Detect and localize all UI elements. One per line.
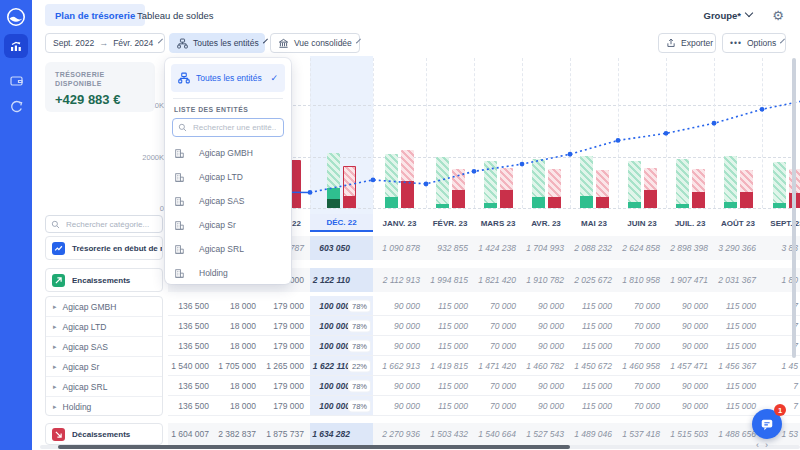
entities-dropdown: Toutes les entités ✓ LISTE DES ENTITÉS A… bbox=[165, 58, 291, 284]
month-header-JUIN 23[interactable]: JUIN 23 bbox=[618, 214, 666, 232]
building-icon bbox=[174, 220, 192, 231]
cell-Encaissements-JANV. 23: 2 112 913 bbox=[373, 268, 426, 292]
cell-Agicap Sr-DÉC. 22: 1 622 11022% bbox=[310, 356, 373, 375]
month-header-JUIL. 23[interactable]: JUIL. 23 bbox=[666, 214, 714, 232]
row-values-Agicap LTD: 136 50018 000179 000100 00078%90 000115 … bbox=[168, 316, 800, 336]
cell-Agicap GMBH-NOV. 22: 179 000 bbox=[262, 296, 310, 315]
row-values-Holding: 136 50018 000179 000100 00078%90 000115 … bbox=[168, 396, 800, 416]
cell-Agicap GMBH-MAI 23: 115 000 bbox=[570, 296, 618, 315]
entity-row-Holding[interactable]: ▸Holding bbox=[46, 397, 162, 417]
cell-Encaissements-JUIL. 23: 1 907 471 bbox=[666, 268, 714, 292]
cell-Encaissements-DÉC. 22: 2 122 110 bbox=[310, 268, 373, 292]
dropdown-item-Agicap SRL[interactable]: Agicap SRL bbox=[165, 237, 291, 261]
expand-caret-icon[interactable]: ▸ bbox=[53, 403, 57, 411]
sidebar-item-wallet[interactable] bbox=[4, 68, 28, 92]
sidebar-item-debts[interactable] bbox=[4, 94, 28, 118]
dropdown-item-Holding[interactable]: Holding bbox=[165, 261, 291, 285]
month-header-AVR. 23[interactable]: AVR. 23 bbox=[522, 214, 570, 232]
row-values-Agicap SAS: 136 50018 000179 000100 00078%90 000115 … bbox=[168, 336, 800, 356]
cell-Holding-MARS 23: 70 000 bbox=[474, 396, 522, 415]
month-header-AOÛT 23[interactable]: AOÛT 23 bbox=[714, 214, 762, 232]
expand-caret-icon[interactable]: ▸ bbox=[53, 383, 57, 391]
settings-gear-icon[interactable]: ⚙ bbox=[772, 0, 784, 30]
cell-Agicap SRL-JANV. 23: 90 000 bbox=[373, 376, 426, 395]
pager-prev[interactable]: ‹ bbox=[756, 440, 765, 450]
month-header-FÉVR. 23[interactable]: FÉVR. 23 bbox=[426, 214, 474, 232]
month-header-DÉC. 22[interactable]: DÉC. 22 bbox=[310, 214, 373, 232]
agicap-logo-icon[interactable] bbox=[4, 5, 28, 29]
dropdown-item-label: Agicap LTD bbox=[199, 172, 243, 182]
cell-Holding-OCT. 22: 18 000 bbox=[215, 396, 262, 415]
cell-Agicap LTD-JANV. 23: 90 000 bbox=[373, 316, 426, 335]
category-search[interactable] bbox=[45, 215, 163, 233]
cell-Agicap Sr-MAI 23: 1 450 672 bbox=[570, 356, 618, 375]
dropdown-item-Agicap GMBH[interactable]: Agicap GMBH bbox=[165, 141, 291, 165]
row-card-Trésorerie en début de mois[interactable]: Trésorerie en début de mois bbox=[45, 236, 163, 260]
checkmark-icon: ✓ bbox=[270, 73, 278, 83]
entity-search[interactable] bbox=[172, 118, 284, 137]
cell-Agicap GMBH-JANV. 23: 90 000 bbox=[373, 296, 426, 315]
entity-row-Agicap SAS[interactable]: ▸Agicap SAS bbox=[46, 337, 162, 357]
cell-Agicap SRL-JUIL. 23: 90 000 bbox=[666, 376, 714, 395]
toolbar: Sept. 2022 → Févr. 2024 Toutes les entit… bbox=[32, 30, 800, 56]
options-button[interactable]: ••• Options bbox=[722, 33, 786, 53]
cell-Agicap SRL-NOV. 22: 179 000 bbox=[262, 376, 310, 395]
arrow-right-icon: → bbox=[99, 38, 108, 48]
sidebar bbox=[0, 0, 32, 450]
dropdown-item-Agicap LTD[interactable]: Agicap LTD bbox=[165, 165, 291, 189]
cell-Agicap LTD-NOV. 22: 179 000 bbox=[262, 316, 310, 335]
expand-caret-icon[interactable]: ▸ bbox=[53, 363, 57, 371]
entity-search-input[interactable] bbox=[191, 122, 278, 133]
expand-caret-icon[interactable]: ▸ bbox=[53, 323, 57, 331]
tab-tableau-de-soldes[interactable]: Tableau de soldes bbox=[127, 4, 224, 26]
cell-Agicap SAS-OCT. 22: 18 000 bbox=[215, 336, 262, 355]
dropdown-item-Agicap SAS[interactable]: Agicap SAS bbox=[165, 189, 291, 213]
cell-Agicap Sr-JUIL. 23: 1 457 471 bbox=[666, 356, 714, 375]
entity-row-Agicap SRL[interactable]: ▸Agicap SRL bbox=[46, 377, 162, 397]
app-window: Plan de trésorerie Tableau de soldes Gro… bbox=[0, 0, 800, 450]
search-icon bbox=[51, 220, 60, 229]
cell-Agicap SAS-MAI 23: 115 000 bbox=[570, 336, 618, 355]
cell-Trésorerie en début de mois-JUIN 23: 2 624 858 bbox=[618, 236, 666, 260]
cell-Agicap SRL-SEPT. 22: 136 500 bbox=[168, 376, 215, 395]
row-label-Encaissements: Encaissements bbox=[46, 269, 162, 291]
month-header-MAI 23[interactable]: MAI 23 bbox=[570, 214, 618, 232]
entity-row-Agicap Sr[interactable]: ▸Agicap Sr bbox=[46, 357, 162, 377]
sidebar-item-cashflow-plan[interactable] bbox=[4, 34, 28, 58]
entities-filter-button[interactable]: Toutes les entités bbox=[169, 33, 265, 53]
month-header-MARS 23[interactable]: MARS 23 bbox=[474, 214, 522, 232]
cell-Décaissements-DÉC. 22: 1 634 282 bbox=[310, 423, 373, 445]
month-header-JANV. 23[interactable]: JANV. 23 bbox=[373, 214, 426, 232]
cell-Trésorerie en début de mois-FÉVR. 23: 932 855 bbox=[426, 236, 474, 260]
export-button[interactable]: Exporter bbox=[658, 33, 716, 53]
horizontal-scrollbar-thumb[interactable] bbox=[58, 445, 570, 449]
cell-Agicap LTD-FÉVR. 23: 115 000 bbox=[426, 316, 474, 335]
expand-caret-icon[interactable]: ▸ bbox=[53, 303, 57, 311]
dropdown-item-Agicap Sr[interactable]: Agicap Sr bbox=[165, 213, 291, 237]
cell-Agicap SRL-DÉC. 22: 100 00078% bbox=[310, 376, 373, 395]
category-search-input[interactable] bbox=[64, 219, 157, 230]
row-card-Décaissements[interactable]: Décaissements bbox=[45, 423, 163, 445]
cell-Décaissements-FÉVR. 23: 1 503 432 bbox=[426, 423, 474, 445]
pager-next[interactable]: › bbox=[765, 440, 774, 450]
entity-row-Agicap GMBH[interactable]: ▸Agicap GMBH bbox=[46, 297, 162, 317]
cell-Holding-JUIN 23: 70 000 bbox=[618, 396, 666, 415]
group-selector[interactable]: Groupe* bbox=[704, 0, 752, 30]
org-chart-icon bbox=[177, 38, 188, 49]
expand-caret-icon[interactable]: ▸ bbox=[53, 343, 57, 351]
cell-Agicap Sr-AOÛT 23: 1 456 367 bbox=[714, 356, 762, 375]
consolidated-view-button[interactable]: Vue consolidée bbox=[270, 33, 360, 53]
dropdown-item-all-entities[interactable]: Toutes les entités ✓ bbox=[171, 64, 285, 92]
date-range-picker[interactable]: Sept. 2022 → Févr. 2024 bbox=[45, 33, 165, 53]
vertical-scrollbar-thumb[interactable] bbox=[792, 58, 796, 358]
entity-row-label: Agicap LTD bbox=[63, 322, 107, 332]
cell-Agicap SAS-JUIN 23: 70 000 bbox=[618, 336, 666, 355]
entity-row-Agicap LTD[interactable]: ▸Agicap LTD bbox=[46, 317, 162, 337]
entities-rows-card: ▸Agicap GMBH▸Agicap LTD▸Agicap SAS▸Agica… bbox=[45, 296, 163, 416]
cell-Agicap SRL-MARS 23: 70 000 bbox=[474, 376, 522, 395]
row-card-Encaissements[interactable]: Encaissements bbox=[45, 268, 163, 292]
cell-Agicap SAS-JANV. 23: 90 000 bbox=[373, 336, 426, 355]
cell-Agicap GMBH-JUIN 23: 70 000 bbox=[618, 296, 666, 315]
table-pager[interactable]: ‹› bbox=[756, 440, 774, 450]
chevron-down-icon bbox=[356, 39, 361, 44]
